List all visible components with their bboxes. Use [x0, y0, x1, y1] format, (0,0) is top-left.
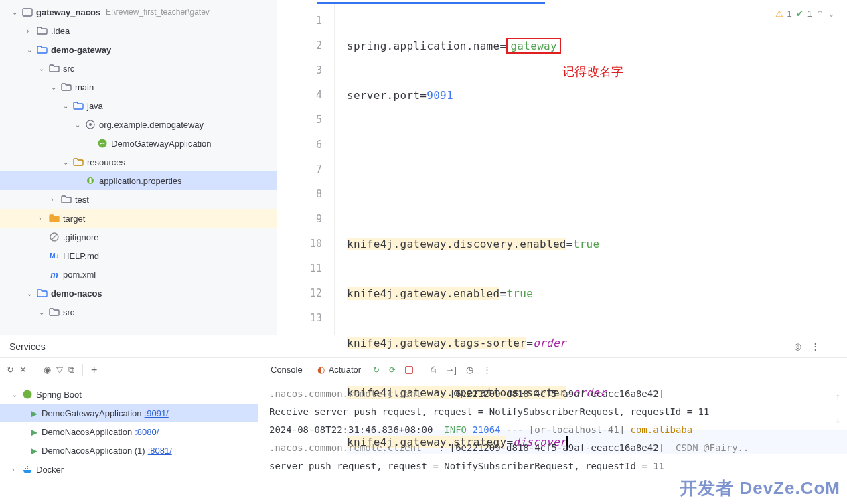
panel-title: Services — [9, 341, 46, 352]
service-springboot[interactable]: ⌄ Spring Boot — [0, 385, 258, 404]
chevron-down-icon: ⌄ — [51, 84, 60, 91]
chevron-down-icon: ⌄ — [63, 102, 72, 110]
nav-down-icon[interactable]: ⌄ — [828, 9, 835, 19]
view-icon[interactable]: ◉ — [44, 365, 51, 375]
console-tabs: Console ◐Actuator ↻ ⟳ ⎙ →] ◷ ⋮ — [258, 358, 847, 382]
service-app2[interactable]: ▶ DemoNacosApplication :8080/ — [0, 422, 258, 441]
gauge-icon[interactable]: ◷ — [463, 363, 476, 376]
chevron-down-icon: ⌄ — [27, 290, 36, 297]
rerun-console-icon[interactable]: ↻ — [370, 364, 382, 376]
svg-rect-10 — [27, 468, 28, 469]
annotation-text: 记得改名字 — [562, 60, 624, 84]
code-content[interactable]: spring.application.name=gateway server.p… — [335, 2, 847, 335]
tree-item-appprops[interactable]: application.properties — [0, 171, 277, 190]
tree-item-resources[interactable]: ⌄ resources — [0, 153, 277, 171]
tree-item-main[interactable]: ⌄ main — [0, 78, 277, 96]
project-tree-sidebar: ⌄ gateway_nacos E:\review_first_teacher\… — [0, 0, 277, 335]
tree-item-demonacos[interactable]: ⌄ demo-nacos — [0, 284, 277, 303]
inspection-widget[interactable]: ⚠1 ✔1 ⌃ ⌄ — [775, 9, 835, 19]
svg-rect-11 — [27, 466, 28, 467]
tree-item-gitignore[interactable]: .gitignore — [0, 228, 277, 246]
rerun-debug-icon[interactable]: ⟳ — [386, 364, 398, 376]
tree-root[interactable]: ⌄ gateway_nacos E:\review_first_teacher\… — [0, 3, 277, 21]
chevron-right-icon: › — [39, 215, 48, 222]
folder-icon — [36, 25, 48, 36]
tree-item-helpmd[interactable]: M↓ HELP.md — [0, 246, 277, 265]
folder-icon — [48, 63, 60, 74]
services-toolbar: ↻ ✕ ◉ ▽ ⧉ + — [0, 358, 258, 382]
project-tree[interactable]: ⌄ gateway_nacos E:\review_first_teacher\… — [0, 0, 277, 324]
module-icon — [21, 7, 33, 17]
layout-icon[interactable]: ⧉ — [68, 365, 74, 375]
tree-item-idea[interactable]: › .idea — [0, 21, 277, 40]
tab-console[interactable]: Console — [265, 362, 308, 377]
tree-item-src2[interactable]: ⌄ src — [0, 303, 277, 321]
chevron-down-icon: ⌄ — [12, 9, 21, 16]
tree-item-target[interactable]: › target — [0, 209, 277, 228]
tree-item-test[interactable]: › test — [0, 190, 277, 209]
tree-item-package[interactable]: ⌄ org.example.demogateway — [0, 115, 277, 134]
gitignore-icon — [48, 232, 60, 242]
svg-point-2 — [89, 123, 92, 126]
play-icon: ▶ — [31, 427, 37, 437]
source-folder-icon — [72, 100, 84, 111]
tree-item-java[interactable]: ⌄ java — [0, 96, 277, 115]
module-folder-icon — [36, 44, 48, 55]
port-link[interactable]: :8081/ — [148, 446, 172, 456]
services-tree[interactable]: ⌄ Spring Boot ▶ DemoGatewayApplication :… — [0, 382, 258, 504]
tree-item-pom[interactable]: m pom.xml — [0, 265, 277, 284]
svg-point-8 — [23, 390, 32, 399]
service-app1[interactable]: ▶ DemoGatewayApplication :9091/ — [0, 404, 258, 422]
package-icon — [84, 119, 96, 130]
console-output[interactable]: .nacos.common.remote.client : [6e221209-… — [258, 382, 847, 504]
add-icon[interactable]: + — [91, 364, 97, 376]
excluded-folder-icon — [48, 213, 60, 224]
actuator-icon: ◐ — [317, 365, 325, 375]
rerun-icon[interactable]: ↻ — [7, 365, 14, 375]
maven-icon: m — [48, 270, 60, 280]
filter-icon[interactable]: ▽ — [56, 365, 63, 375]
port-link[interactable]: :8080/ — [135, 427, 159, 437]
chevron-down-icon: ⌄ — [63, 159, 72, 166]
scroll-down-icon[interactable]: ↓ — [835, 411, 844, 429]
console-nav: ↑ ↓ — [832, 382, 847, 434]
tree-item-appclass[interactable]: DemoGatewayApplication — [0, 134, 277, 153]
module-folder-icon — [36, 288, 48, 299]
spring-icon — [21, 389, 33, 400]
spring-class-icon — [96, 138, 108, 149]
service-docker[interactable]: › Docker — [0, 460, 258, 479]
svg-rect-0 — [23, 9, 32, 16]
chevron-right-icon: › — [27, 27, 36, 35]
exit-icon[interactable]: →] — [443, 363, 459, 376]
tab-actuator[interactable]: ◐Actuator — [312, 362, 366, 377]
more-icon[interactable]: ⋮ — [480, 363, 494, 376]
svg-line-7 — [52, 234, 57, 240]
chevron-down-icon: ⌄ — [39, 65, 48, 72]
services-panel: Services ◎ ⋮ — ↻ ✕ ◉ ▽ ⧉ + ⌄ Sprin — [0, 335, 847, 504]
chevron-down-icon: ⌄ — [75, 121, 84, 129]
scroll-up-icon[interactable]: ↑ — [835, 388, 844, 406]
play-icon: ▶ — [31, 408, 37, 418]
editor[interactable]: 1234 5678 910111213 spring.application.n… — [277, 0, 847, 335]
svg-rect-5 — [90, 178, 92, 183]
nav-up-icon[interactable]: ⌃ — [816, 9, 824, 19]
chevron-down-icon: ⌄ — [39, 309, 48, 316]
chevron-right-icon: › — [51, 196, 60, 203]
tree-item-src[interactable]: ⌄ src — [0, 59, 277, 78]
close-icon[interactable]: ✕ — [19, 365, 27, 375]
folder-icon — [60, 194, 72, 205]
root-label: gateway_nacos — [36, 7, 100, 17]
port-link[interactable]: :9091/ — [145, 408, 169, 418]
camera-icon[interactable]: ⎙ — [428, 363, 439, 376]
play-icon: ▶ — [31, 446, 37, 456]
stop-icon[interactable] — [402, 365, 416, 375]
markdown-icon: M↓ — [48, 252, 60, 260]
warning-icon: ⚠ — [775, 9, 783, 19]
resources-folder-icon — [72, 157, 84, 167]
tree-item-demogateway[interactable]: ⌄ demo-gateway — [0, 40, 277, 59]
check-icon: ✔ — [796, 9, 803, 19]
root-path: E:\review_first_teacher\gatev — [106, 7, 210, 17]
docker-icon — [21, 464, 33, 475]
svg-rect-9 — [25, 468, 26, 469]
service-app3[interactable]: ▶ DemoNacosApplication (1) :8081/ — [0, 441, 258, 460]
